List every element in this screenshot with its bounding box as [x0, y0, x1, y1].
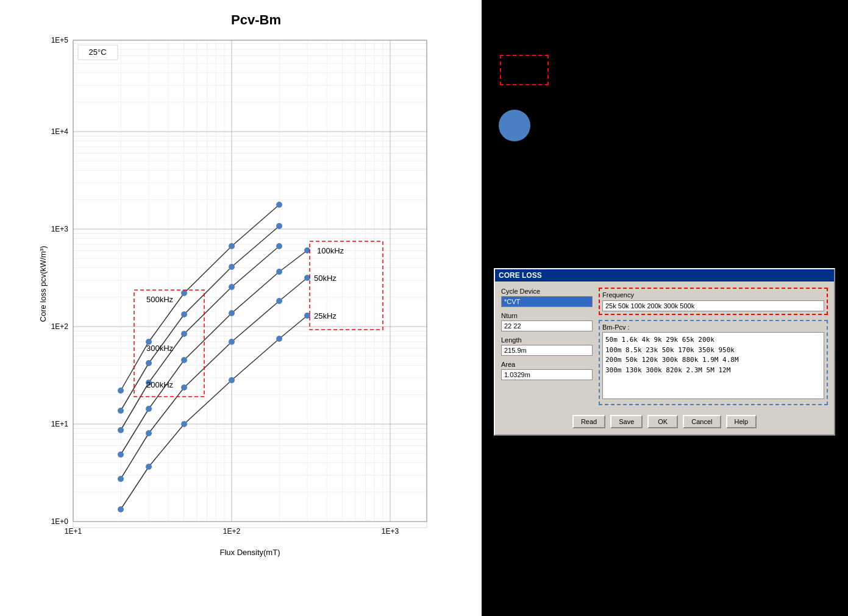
svg-text:1E+0: 1E+0: [51, 517, 69, 526]
svg-text:300kHz: 300kHz: [146, 344, 174, 353]
svg-text:200kHz: 200kHz: [146, 380, 174, 389]
svg-point-89: [229, 339, 235, 345]
svg-text:Core loss pcv(kW/m³): Core loss pcv(kW/m³): [38, 246, 48, 322]
svg-point-108: [118, 388, 124, 394]
dialog-inner: Cycle Device Nturn Length Area: [495, 281, 834, 411]
cycle-device-group: Cycle Device: [501, 288, 593, 307]
dialog-left-column: Cycle Device Nturn Length Area: [501, 288, 593, 405]
svg-point-98: [118, 427, 124, 433]
svg-point-102: [276, 243, 282, 249]
help-button[interactable]: Help: [726, 415, 757, 428]
svg-point-83: [229, 377, 235, 383]
dialog-right-column: Frequency Bm-Pcv :: [599, 288, 828, 405]
svg-text:100kHz: 100kHz: [317, 246, 344, 255]
svg-point-82: [181, 421, 187, 427]
main-container: Pcv-Bm Core loss pcv(kW/m³) Flux Density…: [0, 0, 848, 616]
chart-svg: Core loss pcv(kW/m³) Flux Density(mT) .g…: [37, 34, 451, 558]
svg-text:1E+3: 1E+3: [382, 527, 399, 536]
svg-point-103: [118, 408, 124, 414]
frequency-box: Frequency: [599, 288, 828, 315]
svg-point-111: [229, 243, 235, 249]
svg-text:50kHz: 50kHz: [314, 274, 337, 283]
dialog-titlebar: CORE LOSS: [495, 269, 834, 281]
area-label: Area: [501, 361, 593, 368]
svg-text:1E+5: 1E+5: [51, 36, 69, 44]
chart-area: Pcv-Bm Core loss pcv(kW/m³) Flux Density…: [0, 0, 482, 616]
svg-text:25kHz: 25kHz: [314, 311, 337, 320]
svg-text:25°C: 25°C: [88, 48, 106, 57]
bm-pcv-textarea[interactable]: [602, 332, 824, 399]
svg-point-95: [229, 310, 235, 316]
svg-point-112: [276, 202, 282, 208]
svg-point-107: [276, 223, 282, 229]
blue-indicator-circle: [499, 110, 530, 141]
chart-title: Pcv-Bm: [37, 12, 476, 28]
svg-text:1E+2: 1E+2: [223, 527, 241, 536]
dialog-title: CORE LOSS: [499, 271, 542, 280]
chart-wrapper: Core loss pcv(kW/m³) Flux Density(mT) .g…: [37, 34, 451, 558]
svg-point-84: [276, 336, 282, 342]
save-button[interactable]: Save: [610, 415, 643, 428]
nturn-input[interactable]: [501, 320, 593, 331]
svg-point-93: [146, 406, 152, 412]
dialog-buttons-row: Read Save OK Cancel Help: [495, 411, 834, 434]
nturn-label: Nturn: [501, 312, 593, 319]
svg-text:1E+4: 1E+4: [51, 127, 69, 136]
length-group: Length: [501, 336, 593, 356]
svg-point-96: [276, 269, 282, 275]
top-red-dashed-box: [500, 55, 549, 85]
svg-point-92: [118, 451, 124, 458]
core-loss-dialog: CORE LOSS Cycle Device Nturn Length: [494, 268, 835, 436]
area-input[interactable]: [501, 369, 593, 380]
svg-text:500kHz: 500kHz: [146, 295, 174, 304]
read-button[interactable]: Read: [572, 415, 605, 428]
svg-point-100: [181, 331, 187, 337]
svg-text:Flux Density(mT): Flux Density(mT): [220, 548, 280, 557]
length-label: Length: [501, 336, 593, 344]
svg-point-94: [181, 357, 187, 363]
cycle-device-input[interactable]: [501, 296, 593, 307]
svg-point-110: [181, 290, 187, 296]
svg-point-86: [118, 476, 124, 482]
cycle-device-label: Cycle Device: [501, 288, 593, 295]
svg-text:1E+1: 1E+1: [51, 420, 69, 428]
length-input[interactable]: [501, 345, 593, 356]
svg-point-80: [118, 506, 124, 512]
svg-point-88: [181, 384, 187, 391]
frequency-input[interactable]: [602, 300, 824, 311]
svg-text:1E+1: 1E+1: [65, 527, 82, 536]
ok-button[interactable]: OK: [647, 415, 678, 428]
bm-pcv-label: Bm-Pcv :: [602, 324, 824, 331]
bm-pcv-box: Bm-Pcv :: [599, 320, 828, 405]
frequency-label: Frequency: [602, 291, 824, 299]
svg-point-87: [146, 430, 152, 436]
cancel-button[interactable]: Cancel: [683, 415, 721, 428]
svg-point-101: [229, 284, 235, 290]
nturn-group: Nturn: [501, 312, 593, 331]
svg-text:1E+2: 1E+2: [51, 322, 69, 331]
svg-point-104: [146, 360, 152, 366]
svg-point-90: [276, 298, 282, 304]
svg-rect-0: [73, 40, 427, 528]
svg-point-81: [146, 464, 152, 470]
svg-text:1E+3: 1E+3: [51, 225, 69, 233]
svg-point-105: [181, 311, 187, 317]
svg-point-106: [229, 264, 235, 270]
area-group: Area: [501, 361, 593, 380]
right-area: CORE LOSS Cycle Device Nturn Length: [482, 0, 848, 616]
